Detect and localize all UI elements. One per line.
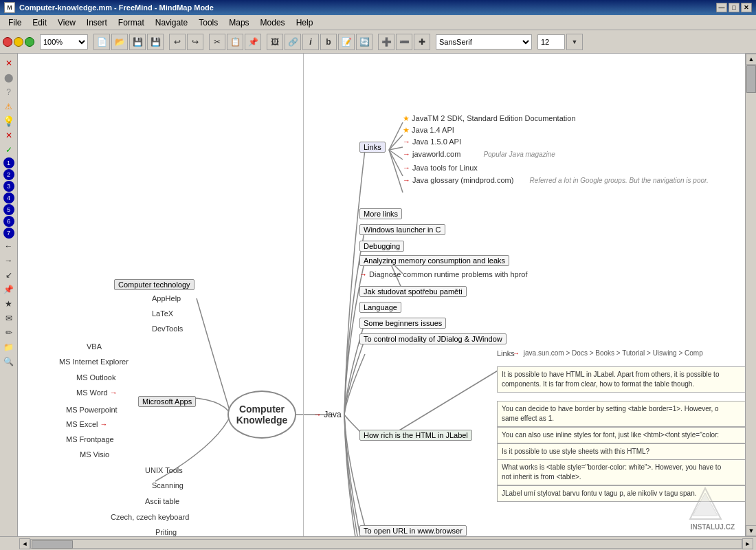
javaglossary-node[interactable]: →Java glossary (mindprod.com) Referred a… — [403, 176, 709, 184]
tb-bold[interactable]: b — [320, 34, 337, 50]
maximize-button[interactable]: □ — [729, 3, 740, 12]
latex-node[interactable]: LaTeX — [152, 309, 173, 318]
canvas[interactable]: ComputerKnowledge → Java Links ★ JavaTM … — [18, 54, 745, 536]
modality-node[interactable]: To control modality of JDialog & JWindow — [359, 333, 507, 344]
sidebar-zoom[interactable]: 🔍 — [2, 355, 16, 368]
links-label[interactable]: Links — [359, 142, 386, 153]
msppt-node[interactable]: MS Powerpoint — [66, 406, 118, 414]
javaTM-node[interactable]: ★ JavaTM 2 SDK, Standard Edition Documen… — [403, 114, 576, 123]
tb-open[interactable]: 📂 — [111, 34, 128, 50]
java-node[interactable]: → Java — [313, 410, 342, 419]
tb-remove[interactable]: ➖ — [396, 34, 412, 50]
sidebar-mail[interactable]: ✉ — [2, 311, 16, 325]
links-sub-label[interactable]: Links — [497, 349, 515, 358]
devtools-node[interactable]: DevTools — [152, 324, 183, 333]
menu-view[interactable]: View — [52, 16, 81, 29]
scroll-right-btn[interactable]: ► — [742, 538, 753, 549]
ascii-table-node[interactable]: Ascii table — [145, 497, 179, 505]
tb-save[interactable]: 💾 — [129, 34, 146, 50]
tb-add-sibling[interactable]: ✚ — [414, 34, 430, 50]
scroll-up-btn[interactable]: ▲ — [746, 54, 756, 65]
more-links-node[interactable]: More links — [359, 208, 402, 219]
scroll-thumb[interactable] — [746, 65, 756, 93]
java14-node[interactable]: ★ Java 1.4 API — [403, 126, 454, 135]
unix-tools-node[interactable]: UNIX Tools — [145, 466, 183, 474]
sidebar-num-4[interactable]: 4 — [3, 192, 14, 204]
sidebar-icon-6[interactable]: ✓ — [2, 143, 16, 157]
minimize-button[interactable]: — — [716, 3, 727, 12]
scanning-node[interactable]: Scanning — [152, 481, 184, 490]
msfrontpage-node[interactable]: MS Frontpage — [66, 435, 114, 443]
sidebar-num-2[interactable]: 2 — [3, 169, 14, 180]
sidebar-num-6[interactable]: 6 — [3, 216, 14, 227]
sidebar-icon-4[interactable]: 💡 — [2, 114, 16, 128]
fontsize-input[interactable] — [537, 34, 565, 50]
comp-tech-node[interactable]: Computer technology — [114, 279, 194, 290]
tb-yellow-btn[interactable] — [14, 37, 23, 47]
diagnose-node[interactable]: →Diagnose common runtime problems with h… — [359, 270, 528, 278]
sidebar-close-icon[interactable]: ✕ — [2, 56, 16, 70]
sidebar-num-7[interactable]: 7 — [3, 228, 14, 239]
tb-save2[interactable]: 💾 — [147, 34, 164, 50]
apphelp-node[interactable]: AppHelp — [152, 294, 181, 302]
scroll-left-btn[interactable]: ◄ — [19, 538, 30, 549]
tb-paste[interactable]: 📌 — [245, 34, 261, 50]
menu-insert[interactable]: Insert — [81, 16, 113, 29]
scroll-track[interactable] — [746, 65, 756, 525]
sidebar-arrow-right[interactable]: → — [2, 254, 16, 267]
to-open-url-node[interactable]: To open URL in www.browser — [359, 525, 467, 536]
msie-node[interactable]: MS Internet Explorer — [59, 358, 129, 366]
menu-tools[interactable]: Tools — [193, 16, 223, 29]
beginners-node[interactable]: Some beginners issues — [359, 318, 446, 329]
sidebar-star[interactable]: ★ — [2, 297, 16, 311]
sidebar-arrow-down[interactable]: ↙ — [2, 268, 16, 282]
h-scroll-track[interactable] — [30, 539, 742, 549]
czech-kb-node[interactable]: Czech, czech keyboard — [111, 513, 189, 521]
msoutlook-node[interactable]: MS Outlook — [76, 373, 115, 382]
jak-studovat-node[interactable]: Jak studovat spotřebu paměti — [359, 286, 467, 297]
font-select[interactable]: SansSerif — [436, 34, 532, 50]
vba-node[interactable]: VBA — [87, 342, 102, 351]
priting-node[interactable]: Priting — [155, 528, 177, 536]
tb-red-btn[interactable] — [3, 37, 12, 47]
windows-launcher-node[interactable]: Windows launcher in C — [359, 224, 445, 235]
how-rich-node[interactable]: How rich is the HTML in JLabel — [359, 430, 472, 441]
h-scroll-thumb[interactable] — [32, 540, 73, 549]
tb-img[interactable]: 🖼 — [267, 34, 283, 50]
sidebar-arrow-left[interactable]: ← — [2, 239, 16, 253]
msexcel-node[interactable]: MS Excel → — [66, 420, 110, 428]
tb-link[interactable]: 🔗 — [285, 34, 301, 50]
menu-format[interactable]: Format — [113, 16, 150, 29]
zoom-select[interactable]: 100% 75% 150% — [40, 34, 88, 50]
javaworld-node[interactable]: →javaworld.com Popular Java magazine — [403, 150, 555, 158]
sidebar-pencil[interactable]: ✏ — [2, 326, 16, 340]
tb-cut[interactable]: ✂ — [209, 34, 225, 50]
javatools-node[interactable]: →Java tools for Linux — [403, 164, 478, 172]
analyzing-node[interactable]: Analyzing memory consumption and leaks — [359, 255, 509, 266]
language-node[interactable]: Language — [359, 302, 401, 313]
tb-redo[interactable]: ↪ — [187, 34, 203, 50]
tb-new[interactable]: 📄 — [93, 34, 110, 50]
central-node[interactable]: ComputerKnowledge — [227, 390, 296, 439]
msvisio-node[interactable]: MS Visio — [80, 450, 109, 459]
sidebar-pin[interactable]: 📌 — [2, 283, 16, 296]
menu-navigate[interactable]: Navigate — [150, 16, 193, 29]
sidebar-folder[interactable]: 📁 — [2, 340, 16, 354]
java15-node[interactable]: →Java 1.5.0 API — [403, 138, 461, 146]
sidebar-icon-5[interactable]: ✕ — [2, 129, 16, 142]
sidebar-icon-2[interactable]: ? — [2, 85, 16, 99]
scroll-down-btn[interactable]: ▼ — [746, 525, 756, 536]
menu-modes[interactable]: Modes — [255, 16, 291, 29]
menu-edit[interactable]: Edit — [27, 16, 52, 29]
sidebar-icon-3[interactable]: ⚠ — [2, 100, 16, 113]
tb-undo[interactable]: ↩ — [169, 34, 186, 50]
menu-file[interactable]: File — [3, 16, 27, 29]
sidebar-num-3[interactable]: 3 — [3, 181, 14, 192]
sidebar-num-1[interactable]: 1 — [3, 157, 14, 168]
menu-help[interactable]: Help — [291, 16, 319, 29]
sidebar-icon-1[interactable]: ⬤ — [2, 71, 16, 85]
tb-copy[interactable]: 📋 — [227, 34, 243, 50]
msword-node[interactable]: MS Word → — [76, 388, 120, 397]
tb-refresh[interactable]: 🔄 — [356, 34, 373, 50]
close-button[interactable]: ✕ — [741, 3, 752, 12]
